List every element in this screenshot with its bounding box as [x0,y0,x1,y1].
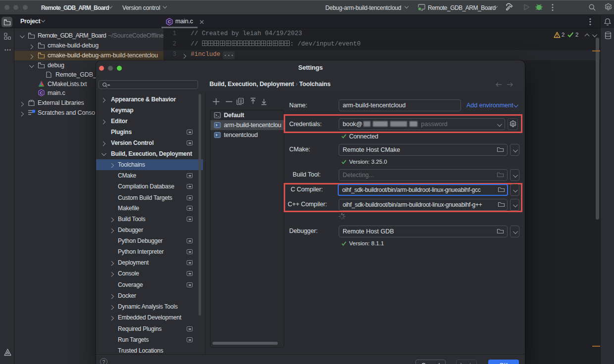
svg-text:C: C [168,19,171,24]
svg-text:C: C [40,91,43,95]
